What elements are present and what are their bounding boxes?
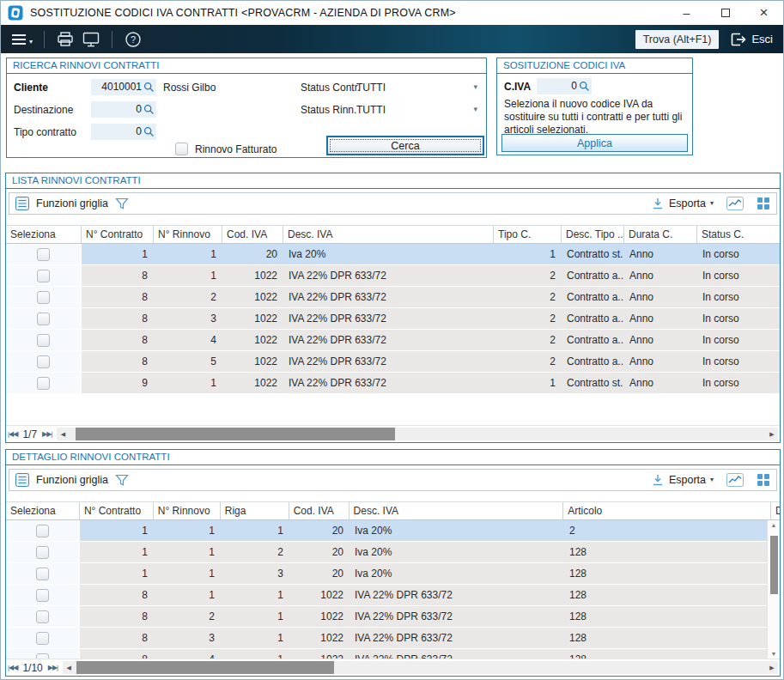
table-row[interactable]: 11320Iva 20%128: [6, 563, 780, 585]
scroll-down-icon[interactable]: ▼: [768, 651, 780, 657]
cerca-button[interactable]: Cerca: [326, 136, 484, 155]
civa-field[interactable]: 0: [537, 78, 592, 94]
grid-view-icon[interactable]: [757, 197, 770, 210]
column-header[interactable]: N° Rinnovo: [154, 226, 222, 243]
esporta-label: Esporta: [669, 474, 706, 486]
row-checkbox[interactable]: [36, 546, 49, 559]
filter-icon[interactable]: [115, 474, 129, 487]
filter-icon[interactable]: [115, 197, 129, 210]
monitor-button[interactable]: [78, 32, 104, 47]
scroll-right-icon[interactable]: ▶: [766, 665, 778, 671]
print-button[interactable]: [52, 32, 78, 47]
table-row[interactable]: 11220Iva 20%128: [6, 542, 780, 563]
esporta-button[interactable]: Esporta ▾: [651, 197, 714, 209]
app-icon: [8, 5, 23, 21]
status-rinn-value[interactable]: TUTTI: [356, 104, 386, 116]
table-row[interactable]: 911022IVA 22% DPR 633/721Contratto st...…: [6, 373, 780, 394]
column-header[interactable]: Desc. IVA: [349, 502, 564, 519]
first-page-button[interactable]: |◀◀: [8, 664, 17, 671]
column-header[interactable]: Cod. IVA: [289, 502, 349, 519]
minimize-button[interactable]: –: [667, 1, 706, 25]
grid-menu-icon[interactable]: [15, 473, 29, 487]
table-row[interactable]: 8211022IVA 22% DPR 633/72128: [6, 606, 780, 628]
first-page-button[interactable]: |◀◀: [8, 430, 17, 438]
row-checkbox[interactable]: [36, 589, 49, 602]
scroll-right-icon[interactable]: ▶: [766, 431, 778, 438]
last-page-button[interactable]: ▶▶|: [42, 430, 52, 438]
scroll-left-icon[interactable]: ◀: [63, 665, 75, 671]
row-checkbox[interactable]: [37, 270, 50, 282]
scrollbar-thumb[interactable]: [770, 536, 778, 594]
row-checkbox[interactable]: [36, 525, 49, 537]
row-checkbox[interactable]: [36, 568, 49, 580]
grid-menu-icon[interactable]: [15, 197, 29, 210]
funzioni-griglia-button[interactable]: Funzioni griglia: [36, 474, 108, 486]
row-checkbox[interactable]: [37, 291, 50, 304]
table-row[interactable]: 1120Iva 20%1Contratto st...AnnoIn corso: [6, 244, 780, 265]
title-bar: SOSTITUZIONE CODICI IVA CONTRATTI <PROVA…: [1, 1, 783, 25]
table-cell: 128: [564, 563, 772, 584]
esporta-button[interactable]: Esporta ▾: [651, 474, 714, 486]
table-row[interactable]: 8411022IVA 22% DPR 633/72128: [6, 649, 780, 659]
column-header[interactable]: Tipo C.: [494, 226, 562, 243]
table-row[interactable]: 11120Iva 20%2: [6, 520, 780, 542]
row-checkbox[interactable]: [37, 377, 50, 390]
column-header[interactable]: Status C.: [697, 226, 780, 243]
row-checkbox[interactable]: [36, 610, 49, 623]
horizontal-scrollbar[interactable]: ◀ ▶: [63, 661, 778, 674]
esci-button[interactable]: Esci: [729, 31, 776, 48]
column-header[interactable]: N° Rinnovo: [154, 502, 221, 519]
row-checkbox[interactable]: [37, 334, 50, 347]
scroll-left-icon[interactable]: ◀: [57, 431, 69, 438]
scroll-up-icon[interactable]: ▲: [768, 522, 780, 528]
scrollbar-thumb[interactable]: [76, 428, 395, 440]
scrollbar-thumb[interactable]: [76, 661, 334, 674]
rinnovo-fatturato-checkbox[interactable]: [175, 143, 188, 155]
row-checkbox[interactable]: [36, 653, 49, 659]
table-cell: Iva 20%: [349, 520, 564, 541]
column-header[interactable]: N° Contratto: [82, 226, 154, 243]
table-row[interactable]: 831022IVA 22% DPR 633/722Contratto a...A…: [6, 308, 780, 330]
row-checkbox[interactable]: [37, 313, 50, 325]
trova-button[interactable]: Trova (Alt+F1): [635, 30, 720, 49]
destinazione-field[interactable]: 0: [91, 101, 156, 118]
table-cell: IVA 22% DPR 633/72: [349, 649, 564, 659]
row-checkbox[interactable]: [37, 248, 50, 261]
chart-icon[interactable]: [726, 473, 744, 487]
horizontal-scrollbar[interactable]: ◀ ▶: [57, 428, 778, 440]
table-row[interactable]: 8311022IVA 22% DPR 633/72128: [6, 628, 780, 649]
cliente-field[interactable]: 4010001: [91, 79, 156, 95]
column-header[interactable]: Articolo: [563, 502, 771, 519]
column-header[interactable]: Seleziona: [6, 226, 82, 243]
column-header[interactable]: Riga: [221, 502, 289, 519]
column-header[interactable]: Des: [771, 502, 780, 519]
table-row[interactable]: 841022IVA 22% DPR 633/722Contratto a...A…: [6, 330, 780, 351]
chevron-down-icon[interactable]: ▾: [473, 82, 477, 91]
row-checkbox[interactable]: [36, 632, 49, 645]
table-row[interactable]: 811022IVA 22% DPR 633/722Contratto a...A…: [6, 265, 780, 287]
help-button[interactable]: ?: [120, 31, 146, 48]
search-panel: RICERCA RINNOVI CONTRATTI Cliente 401000…: [6, 58, 487, 158]
table-row[interactable]: 8111022IVA 22% DPR 633/72128: [6, 585, 780, 606]
menu-button[interactable]: ▾: [8, 33, 36, 46]
last-page-button[interactable]: ▶▶|: [48, 664, 58, 671]
status-contr-value[interactable]: TUTTI: [356, 82, 386, 94]
maximize-button[interactable]: [706, 1, 744, 25]
column-header[interactable]: Durata C.: [624, 226, 697, 243]
column-header[interactable]: Desc. IVA: [283, 226, 494, 243]
column-header[interactable]: N° Contratto: [80, 502, 154, 519]
table-row[interactable]: 851022IVA 22% DPR 633/722Contratto a...A…: [6, 351, 780, 373]
row-checkbox[interactable]: [37, 355, 50, 368]
close-button[interactable]: ×: [744, 1, 783, 25]
applica-button[interactable]: Applica: [501, 134, 688, 152]
column-header[interactable]: Cod. IVA: [222, 226, 283, 243]
table-row[interactable]: 821022IVA 22% DPR 633/722Contratto a...A…: [6, 287, 780, 308]
column-header[interactable]: Desc. Tipo ...: [562, 226, 624, 243]
funzioni-griglia-button[interactable]: Funzioni griglia: [36, 197, 108, 209]
grid-view-icon[interactable]: [757, 473, 770, 487]
column-header[interactable]: Seleziona: [6, 502, 80, 519]
tipo-contratto-field[interactable]: 0: [91, 124, 156, 140]
chevron-down-icon[interactable]: ▾: [473, 105, 477, 113]
chart-icon[interactable]: [726, 197, 744, 210]
vertical-scrollbar[interactable]: ▲ ▼: [767, 520, 780, 659]
